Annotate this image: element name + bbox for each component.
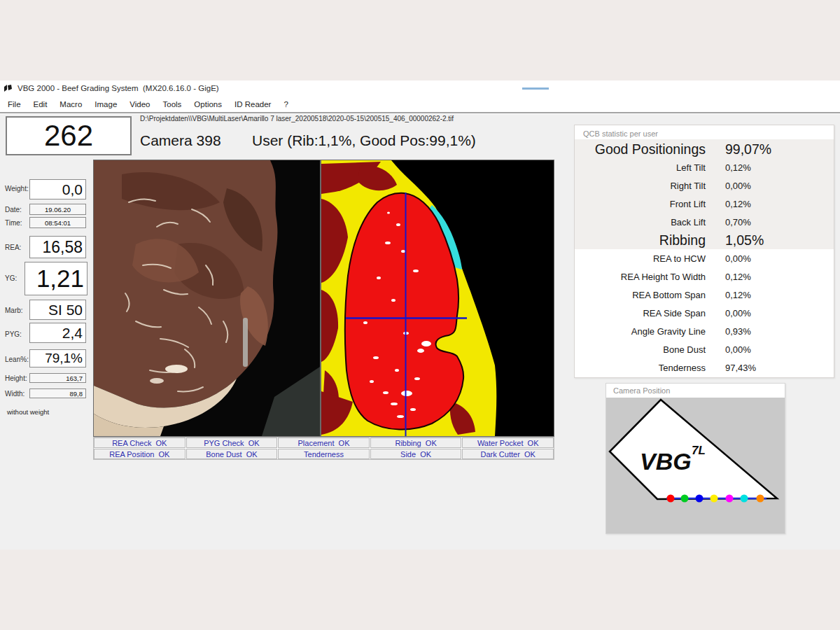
window-title: VBG 2000 - Beef Grading System (MX20.6.1… [18, 84, 219, 92]
menu-help[interactable]: ? [277, 100, 294, 108]
main-content: 262 D:\Projektdaten\\VBG\MultiLaser\Amar… [0, 114, 840, 550]
qcb-row-rea-bottom-span: REA Bottom Span0,12% [575, 286, 834, 304]
width-field[interactable]: 89,8 [29, 388, 86, 398]
camera-position-diagram: VBG 7L [606, 398, 785, 533]
qcb-row-tenderness: Tenderness97,43% [575, 358, 834, 377]
height-label: Height: [5, 374, 27, 382]
qcb-row-rea-to-hcw: REA to HCW0,00% [575, 249, 834, 267]
carcass-id-display: 262 [6, 116, 132, 155]
vbg-logo-superscript: 7L [692, 444, 706, 457]
menu-bar: File Edit Macro Image Video Tools Option… [0, 96, 840, 112]
dark-cutter-button[interactable]: Dark Cutter OK [462, 449, 554, 459]
rea-label: REA: [5, 244, 21, 251]
qcb-row-left-tilt: Left Tilt0,12% [575, 158, 834, 176]
lean-field[interactable]: 79,1% [29, 349, 86, 368]
file-path-text: D:\Projektdaten\\VBG\MultiLaser\Amarillo… [140, 115, 454, 122]
segmentation-view[interactable] [321, 160, 554, 437]
side-button[interactable]: Side OK [370, 449, 462, 459]
lean-label: Lean%: [5, 356, 29, 363]
camera-position-panel: Camera Position VBG 7L [606, 383, 785, 534]
qcb-row-front-lift: Front Lift0,12% [575, 195, 834, 213]
yg-field[interactable]: 1,21 [24, 262, 88, 295]
segmentation-illustration [321, 160, 554, 436]
rea-check-button[interactable]: REA Check OK [94, 438, 186, 448]
title-accent-bar [522, 88, 549, 90]
camera-photo-view[interactable] [93, 160, 321, 437]
menu-macro[interactable]: Macro [53, 100, 88, 108]
marb-label: Marb: [5, 307, 23, 314]
height-field[interactable]: 163,7 [29, 373, 86, 383]
user-stats-label: User (Rib:1,1%, Good Pos:99,1%) [252, 132, 476, 149]
time-field[interactable]: 08:54:01 [29, 217, 86, 228]
camera-dot-4 [710, 495, 718, 503]
camera-dot-1 [667, 495, 675, 503]
date-field[interactable]: 19.06.20 [29, 204, 86, 215]
ribeye-photo-illustration [94, 160, 320, 436]
qcb-row-rea-height-to-width: REA Height To Width0,12% [575, 267, 834, 286]
without-weight-note: without weight [7, 408, 49, 416]
qcb-row-ribbing: Ribbing1,05% [575, 231, 834, 249]
camera-label: Camera 398 [140, 132, 221, 149]
pyg-field[interactable]: 2,4 [29, 323, 86, 343]
pyg-check-button[interactable]: PYG Check OK [186, 438, 278, 448]
qcb-row-good-positionings: Good Positionings99,07% [575, 140, 834, 158]
qcb-row-angle-gravity-line: Angle Gravity Line0,93% [575, 322, 834, 340]
camera-dot-2 [681, 495, 689, 503]
weight-field[interactable]: 0,0 [29, 179, 86, 200]
camera-dot-5 [726, 495, 734, 503]
ribbing-button[interactable]: Ribbing OK [370, 438, 462, 448]
window-title-bar: VBG 2000 - Beef Grading System (MX20.6.1… [0, 80, 840, 96]
status-button-grid: REA Check OK PYG Check OK Placement OK R… [93, 437, 554, 460]
screenshot-canvas: VBG 2000 - Beef Grading System (MX20.6.1… [0, 0, 840, 630]
qcb-panel-title: QCB statistic per user [583, 130, 658, 138]
placement-button[interactable]: Placement OK [278, 438, 370, 448]
menu-id-reader[interactable]: ID Reader [228, 100, 277, 108]
qcb-rows: Good Positionings99,07% Left Tilt0,12% R… [575, 140, 834, 377]
vbg-logo-text: VBG [640, 448, 692, 475]
menu-video[interactable]: Video [123, 100, 156, 108]
water-pocket-button[interactable]: Water Pocket OK [462, 438, 554, 448]
camera-position-title: Camera Position [613, 386, 670, 395]
qcb-statistics-panel: QCB statistic per user Good Positionings… [574, 125, 834, 378]
pyg-label: PYG: [5, 330, 22, 338]
rea-field[interactable]: 16,58 [29, 236, 86, 258]
rea-position-button[interactable]: REA Position OK [94, 449, 186, 459]
time-label: Time: [5, 219, 22, 227]
weight-label: Weight: [5, 185, 29, 192]
vbg-app-icon [4, 85, 13, 92]
menu-file[interactable]: File [1, 100, 27, 108]
bone-dust-button[interactable]: Bone Dust OK [186, 449, 278, 459]
tenderness-button[interactable]: Tenderness [278, 449, 370, 459]
camera-dot-6 [741, 495, 748, 503]
marb-field[interactable]: SI 50 [29, 300, 86, 320]
yg-label: YG: [5, 274, 17, 282]
camera-position-title-bar: Camera Position [606, 384, 785, 398]
qcb-row-back-lift: Back Lift0,70% [575, 213, 834, 231]
menu-tools[interactable]: Tools [157, 100, 188, 108]
camera-dot-3 [696, 495, 704, 503]
camera-dot-7 [757, 495, 764, 503]
menu-image[interactable]: Image [88, 100, 123, 108]
qcb-row-rea-side-span: REA Side Span0,00% [575, 304, 834, 322]
qcb-row-right-tilt: Right Tilt0,00% [575, 176, 834, 195]
date-label: Date: [5, 206, 22, 214]
qcb-row-bone-dust: Bone Dust0,00% [575, 340, 834, 358]
menu-edit[interactable]: Edit [27, 100, 54, 108]
width-label: Width: [5, 390, 24, 398]
menu-options[interactable]: Options [188, 100, 228, 108]
